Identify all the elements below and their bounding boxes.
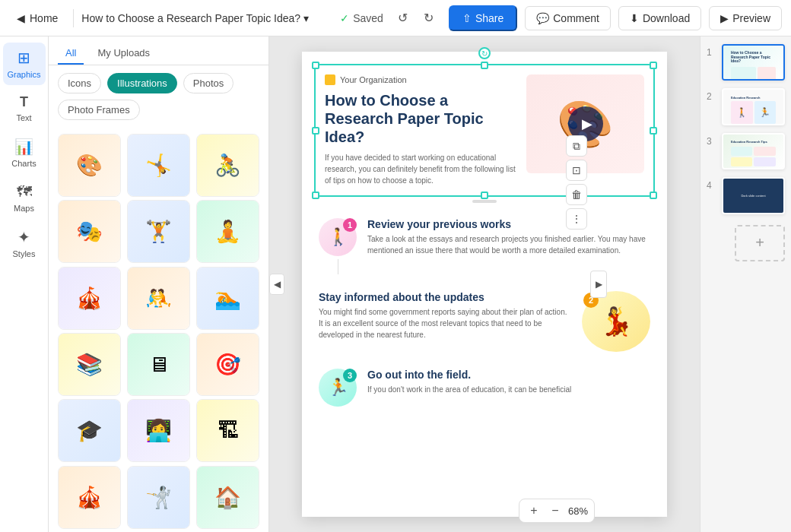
slide-2-figure: 🚶 <box>731 101 753 124</box>
slide-header-container: ↻ <box>314 64 655 203</box>
more-options-button[interactable]: ⋮ <box>566 208 587 230</box>
slide-2-thumbnail[interactable]: Education Research 🚶 🏃 <box>722 88 785 125</box>
list-item[interactable]: 🖥 <box>127 333 190 396</box>
resize-handle-br[interactable] <box>650 192 657 199</box>
resize-handle-tl[interactable] <box>312 62 319 69</box>
document-title-button[interactable]: How to Choose a Research Paper Topic Ide… <box>81 12 309 24</box>
dropdown-icon: ▾ <box>303 12 309 24</box>
section-1: 🚶 1 Review your previous works Take a lo… <box>314 214 655 279</box>
list-item[interactable]: 🎭 <box>58 200 121 263</box>
resize-handle-mr[interactable] <box>650 127 657 135</box>
list-item[interactable]: 🏊 <box>196 267 259 330</box>
canvas-wrapper[interactable]: ◀ ↻ <box>269 36 700 532</box>
resize-handle-bl[interactable] <box>312 192 319 199</box>
list-item[interactable]: 🎪 <box>58 466 121 529</box>
zoom-controls: + − 68% <box>519 499 595 523</box>
filter-photos[interactable]: Photos <box>183 73 233 93</box>
copy-button[interactable]: ⧉ <box>566 135 587 157</box>
slide-thumb-1[interactable]: 1 How to Choose a Research Paper Topic I… <box>707 44 785 81</box>
document-title-text: How to Choose a Research Paper Topic Ide… <box>81 12 300 24</box>
slide-3-cell2 <box>754 147 776 156</box>
saved-check: ✓ <box>340 12 349 24</box>
maps-label: Maps <box>14 204 34 213</box>
resize-handle-bc[interactable] <box>481 192 488 199</box>
list-item[interactable]: 🧘 <box>196 200 259 263</box>
sidebar-item-maps[interactable]: 🗺 Maps <box>3 177 46 219</box>
list-item[interactable]: 👩‍💻 <box>127 399 190 462</box>
filter-illustrations[interactable]: Illustrations <box>107 73 177 93</box>
list-item[interactable]: 🎨 <box>58 134 121 197</box>
slide-num-4: 4 <box>707 177 717 191</box>
download-label: Download <box>643 12 690 24</box>
filter-frames[interactable]: Photo Frames <box>58 100 140 120</box>
zoom-in-button[interactable]: + <box>526 502 542 519</box>
download-icon: ⬇ <box>630 12 639 24</box>
zoom-out-button[interactable]: − <box>547 502 564 519</box>
list-item[interactable]: 🤺 <box>127 466 190 529</box>
list-item[interactable]: 🏋 <box>127 200 190 263</box>
add-slide-button[interactable]: + <box>735 225 785 261</box>
list-item[interactable]: 🤸 <box>127 134 190 197</box>
preview-icon: ▶ <box>720 12 729 24</box>
section-1-circle: 🚶 1 <box>319 218 357 256</box>
org-dot <box>325 74 335 85</box>
home-button[interactable]: ◀ Home <box>9 8 65 29</box>
list-item[interactable]: 🏠 <box>196 466 259 529</box>
delete-button[interactable]: 🗑 <box>566 184 587 205</box>
resize-handle-ml[interactable] <box>312 127 319 135</box>
download-button[interactable]: ⬇ Download <box>618 6 701 30</box>
list-item[interactable]: 🎓 <box>58 399 121 462</box>
list-item[interactable]: 🤼 <box>127 267 190 330</box>
list-item[interactable]: 🏗 <box>196 399 259 462</box>
illustrations-grid: 🎨 🤸 🚴 🎭 🏋 🧘 🎪 🤼 🏊 📚 🖥 🎯 🎓 👩‍💻 🏗 🎪 🤺 🏠 <box>49 128 268 532</box>
share-button[interactable]: ⇧ Share <box>449 5 517 31</box>
comment-button[interactable]: 💬 Comment <box>525 6 611 30</box>
section-2-desc: You might find some government reports s… <box>319 306 571 340</box>
list-item[interactable]: 📚 <box>58 333 121 396</box>
slide-header: ↻ <box>314 64 655 197</box>
slide-thumbnails-panel: 1 How to Choose a Research Paper Topic I… <box>700 36 791 532</box>
slide-header-text: Your Organization How to Choose a Resear… <box>325 74 519 186</box>
move-button[interactable]: ⊡ <box>566 160 587 181</box>
slide-thumb-2[interactable]: 2 Education Research 🚶 🏃 <box>707 88 785 125</box>
sidebar-item-styles[interactable]: ✦ Styles <box>3 222 46 264</box>
rotate-handle[interactable]: ↻ <box>478 47 491 59</box>
list-item[interactable]: 🎯 <box>196 333 259 396</box>
zoom-level: 68% <box>568 505 588 517</box>
tab-all[interactable]: All <box>58 43 84 65</box>
add-slide-row: + <box>707 225 785 261</box>
slide-3-title-preview: Education Research Tips <box>731 140 776 144</box>
next-slide-button[interactable]: ▶ <box>590 271 607 298</box>
section-1-content: Review your previous works Take a look a… <box>367 218 650 274</box>
slide-1-layout-preview <box>731 67 776 80</box>
slide-thumb-4[interactable]: 4 Dark slide content <box>707 177 785 214</box>
slide-thumb-3[interactable]: 3 Education Research Tips <box>707 133 785 169</box>
slide-1-thumbnail[interactable]: How to Choose a Research Paper Topic Ide… <box>722 44 785 81</box>
section-1-desc: Take a look at the essays and research p… <box>367 233 650 256</box>
undo-button[interactable]: ↺ <box>391 6 415 30</box>
slide-1-preview: How to Choose a Research Paper Topic Ide… <box>723 46 783 79</box>
resize-handle-tr[interactable] <box>650 62 657 69</box>
list-item[interactable]: 🎪 <box>58 267 121 330</box>
section-3-circle: 🏃 3 <box>319 369 357 407</box>
slide-4-thumbnail[interactable]: Dark slide content <box>722 177 785 214</box>
sidebar-item-text[interactable]: T Text <box>3 88 46 128</box>
slide-description: If you have decided to start working on … <box>325 152 519 186</box>
sidebar-item-graphics[interactable]: ⊞ Graphics <box>3 43 46 85</box>
drag-handle[interactable] <box>472 200 497 203</box>
collapse-panel-button[interactable]: ◀ <box>269 274 284 295</box>
maps-icon: 🗺 <box>17 183 32 201</box>
org-text: Your Organization <box>340 75 407 84</box>
section-3-left: 🏃 3 <box>319 369 357 407</box>
filter-icons[interactable]: Icons <box>58 73 101 93</box>
section-3-title: Go out into the field. <box>367 369 650 381</box>
slide-1-title-preview: How to Choose a Research Paper Topic Ide… <box>731 51 776 64</box>
redo-button[interactable]: ↻ <box>417 6 441 30</box>
tab-my-uploads[interactable]: My Uploads <box>90 43 157 65</box>
sidebar-item-charts[interactable]: 📊 Charts <box>3 131 46 174</box>
resize-handle-tc[interactable] <box>481 62 488 69</box>
slide-3-thumbnail[interactable]: Education Research Tips <box>722 133 785 169</box>
canvas-slide: ↻ <box>302 52 667 517</box>
preview-button[interactable]: ▶ Preview <box>709 6 782 30</box>
list-item[interactable]: 🚴 <box>196 134 259 197</box>
